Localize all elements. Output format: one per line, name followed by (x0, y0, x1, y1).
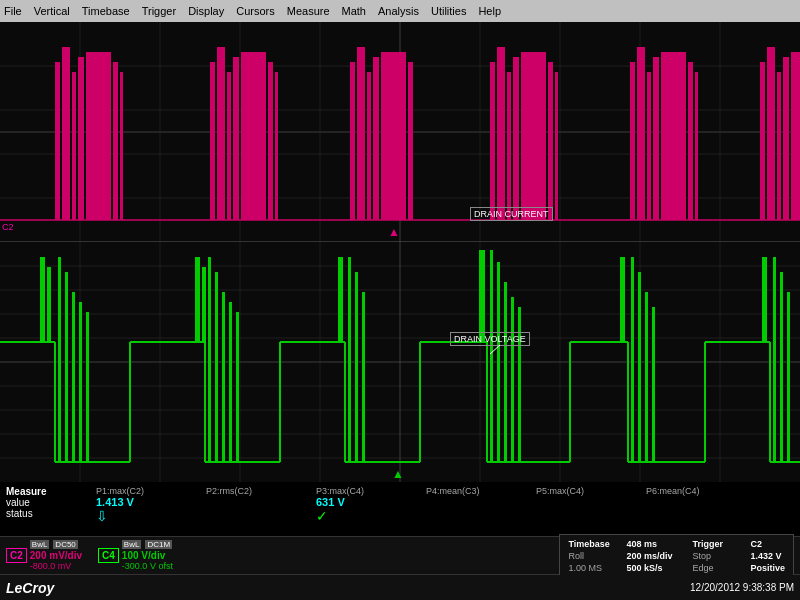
trigger-label: Trigger (692, 539, 742, 549)
channel-info-row: C2 BwL DC50 200 mV/div -800.0 mV C4 BwL … (0, 537, 800, 575)
datetime-display: 12/20/2012 9:38:38 PM (690, 582, 794, 593)
param-p6: P6:mean(C4) (646, 486, 746, 496)
param-p3-name: P3:max(C4) (316, 486, 416, 496)
svg-rect-27 (275, 72, 278, 220)
menu-math[interactable]: Math (342, 5, 366, 17)
svg-rect-30 (367, 72, 371, 220)
param-p2-name: P2:rms(C2) (206, 486, 306, 496)
menu-display[interactable]: Display (188, 5, 224, 17)
svg-rect-39 (548, 62, 553, 220)
c4-label: C4 (98, 548, 119, 563)
c4-bwl-badge: BwL (122, 540, 142, 549)
param-p1-name: P1:max(C2) (96, 486, 196, 496)
param-p4-name: P4:mean(C3) (426, 486, 526, 496)
menu-help[interactable]: Help (478, 5, 501, 17)
trigger-level-value: 1.432 V (750, 551, 781, 561)
svg-rect-18 (86, 52, 111, 220)
svg-rect-25 (241, 52, 266, 220)
svg-rect-46 (688, 62, 693, 220)
param-p3-status: ✓ (316, 508, 416, 524)
param-p1-status: ⇩ (96, 508, 196, 524)
c2-info: C2 BwL DC50 200 mV/div -800.0 mV (6, 540, 82, 571)
measure-status-header: status (6, 508, 86, 519)
menu-cursors[interactable]: Cursors (236, 5, 275, 17)
svg-rect-41 (630, 62, 635, 220)
trigger-polarity: Positive (750, 563, 785, 573)
svg-rect-14 (55, 62, 60, 220)
svg-rect-33 (408, 62, 413, 220)
channel2-waveform-area: DRAIN CURRENT C2 ▲ (0, 22, 800, 242)
timebase-srate-row: 1.00 MS 500 kS/s (568, 563, 672, 573)
svg-line-129 (490, 345, 500, 354)
channel4-waveform-area: ▲ DRAIN VOLTAGE C4 (0, 242, 800, 482)
svg-rect-16 (72, 72, 76, 220)
menu-vertical[interactable]: Vertical (34, 5, 70, 17)
svg-rect-43 (647, 72, 651, 220)
timebase-label: Timebase (568, 539, 618, 549)
timebase-roll-row: Roll 200 ms/div (568, 551, 672, 561)
svg-rect-42 (637, 47, 645, 220)
trigger-edge-row: Edge Positive (692, 563, 785, 573)
measure-value-header: value (6, 497, 86, 508)
scope-display: ◀ (0, 22, 800, 482)
svg-rect-35 (497, 47, 505, 220)
trigger-section: Trigger C2 Stop 1.432 V Edge Positive (692, 539, 785, 573)
svg-rect-47 (695, 72, 698, 220)
svg-rect-40 (555, 72, 558, 220)
trigger-header-row: Trigger C2 (692, 539, 785, 549)
menu-utilities[interactable]: Utilities (431, 5, 466, 17)
svg-rect-50 (777, 72, 781, 220)
param-p5: P5:max(C4) (536, 486, 636, 496)
menu-file[interactable]: File (4, 5, 22, 17)
svg-rect-45 (661, 52, 686, 220)
svg-rect-20 (120, 72, 123, 220)
trigger-edge-label: Edge (692, 563, 742, 573)
svg-rect-15 (62, 47, 70, 220)
c2-label: C2 (6, 548, 27, 563)
svg-rect-29 (357, 47, 365, 220)
svg-rect-48 (760, 62, 765, 220)
c4-coupling-badge: DC1M (145, 540, 172, 549)
c4-volts-div: 100 V/div (122, 550, 165, 561)
param-p1-value: 1.413 V (96, 496, 196, 508)
c4-offset: -300.0 V ofst (122, 561, 173, 571)
bottom-bar: LeCroy 12/20/2012 9:38:38 PM (0, 575, 800, 600)
svg-rect-19 (113, 62, 118, 220)
trigger-stop-label: Stop (692, 551, 742, 561)
param-p4: P4:mean(C3) (426, 486, 526, 496)
timebase-value: 408 ms (626, 539, 657, 549)
c2-channel-marker: C2 (2, 222, 14, 232)
menu-timebase[interactable]: Timebase (82, 5, 130, 17)
menu-measure[interactable]: Measure (287, 5, 330, 17)
svg-rect-24 (233, 57, 239, 220)
svg-rect-34 (490, 62, 495, 220)
svg-rect-23 (227, 72, 231, 220)
menu-analysis[interactable]: Analysis (378, 5, 419, 17)
ch2-waveform (0, 22, 800, 242)
measurements-row: Measure value status P1:max(C2) 1.413 V … (0, 482, 800, 537)
menu-trigger[interactable]: Trigger (142, 5, 176, 17)
trigger-channel: C2 (750, 539, 762, 549)
svg-rect-44 (653, 57, 659, 220)
param-p1: P1:max(C2) 1.413 V ⇩ (96, 486, 196, 524)
svg-rect-28 (350, 62, 355, 220)
timebase-trigger-panel: Timebase 408 ms Roll 200 ms/div 1.00 MS … (559, 534, 794, 578)
timebase-header-row: Timebase 408 ms (568, 539, 672, 549)
c4-info: C4 BwL DC1M 100 V/div -300.0 V ofst (98, 540, 173, 571)
drain-current-label: DRAIN CURRENT (470, 207, 553, 221)
param-p6-name: P6:mean(C4) (646, 486, 746, 496)
c2-coupling-badge: DC50 (53, 540, 77, 549)
measure-header: Measure value status (6, 486, 86, 519)
svg-rect-37 (513, 57, 519, 220)
c2-volts-div: 200 mV/div (30, 550, 82, 561)
svg-rect-38 (521, 52, 546, 220)
param-p2: P2:rms(C2) (206, 486, 306, 496)
c2-trigger-level-arrow: ▲ (388, 225, 400, 239)
menu-bar: File Vertical Timebase Trigger Display C… (0, 0, 800, 22)
trigger-stop-row: Stop 1.432 V (692, 551, 785, 561)
svg-rect-49 (767, 47, 775, 220)
svg-rect-32 (381, 52, 406, 220)
srate-value: 500 kS/s (626, 563, 662, 573)
param-p5-name: P5:max(C4) (536, 486, 636, 496)
svg-rect-21 (210, 62, 215, 220)
